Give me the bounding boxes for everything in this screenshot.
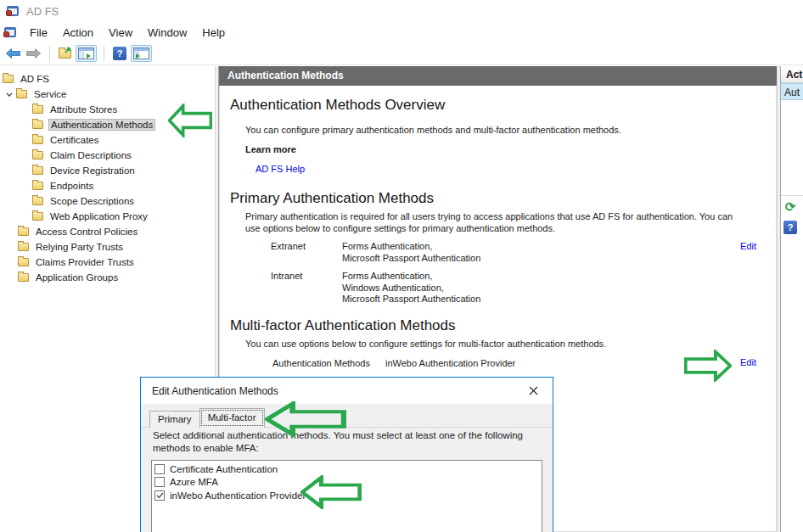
- tree-item-label: Web Application Proxy: [48, 210, 149, 222]
- tree-item-label: Claims Provider Trusts: [34, 256, 136, 268]
- tree-item-web-application-proxy[interactable]: Web Application Proxy: [0, 209, 215, 224]
- menu-window[interactable]: Window: [140, 24, 194, 42]
- tree-item-authentication-methods[interactable]: Authentication Methods: [0, 117, 215, 132]
- tree-item-label: Certificates: [48, 134, 101, 146]
- tab-primary[interactable]: Primary: [149, 411, 199, 428]
- folder-icon: [32, 212, 43, 221]
- chevron-down-icon[interactable]: [5, 92, 14, 97]
- dialog-title: Edit Authentication Methods: [141, 385, 514, 397]
- adfs-help-link[interactable]: AD FS Help: [256, 164, 305, 174]
- mfa-methods-listbox: Certificate Authentication Azure MFA inW…: [151, 460, 542, 532]
- tree-item-device-registration[interactable]: Device Registration: [0, 163, 215, 178]
- tree-item-claims-provider-trusts[interactable]: Claims Provider Trusts: [0, 255, 215, 270]
- help-icon[interactable]: ?: [111, 45, 128, 62]
- folder-icon: [32, 120, 43, 129]
- tab-multi-factor[interactable]: Multi-factor: [199, 408, 265, 428]
- multifactor-row-label: Authentication Methods: [272, 358, 370, 370]
- toolbar-separator: [104, 46, 104, 61]
- multifactor-row-value: inWebo Authentication Provider: [385, 358, 515, 370]
- checkbox-unchecked-icon[interactable]: [154, 464, 165, 474]
- close-icon[interactable]: [514, 378, 553, 404]
- tree-item-label: Access Control Policies: [34, 226, 139, 238]
- folder-icon: [32, 182, 43, 190]
- tree-item-ad-fs[interactable]: AD FS: [0, 71, 215, 87]
- tree-item-endpoints[interactable]: Endpoints: [0, 178, 215, 193]
- folder-icon: [32, 105, 43, 114]
- tree-item-label: Attribute Stores: [48, 104, 119, 115]
- tree-item-label: Device Registration: [48, 165, 137, 176]
- folder-icon: [18, 243, 29, 251]
- overview-description: You can configure primary authentication…: [245, 125, 621, 137]
- folder-icon: [16, 90, 27, 98]
- dialog-titlebar: Edit Authentication Methods: [141, 378, 553, 404]
- show-action-pane-icon[interactable]: [131, 45, 152, 62]
- checkbox-unchecked-icon[interactable]: [154, 477, 165, 487]
- method-line: Microsoft Passport Authentication: [342, 294, 480, 305]
- dialog-tabs: Primary Multi-factor: [149, 408, 265, 428]
- tree-item-access-control-policies[interactable]: Access Control Policies: [0, 224, 215, 239]
- overview-heading: Authentication Methods Overview: [230, 97, 445, 114]
- option-label: Certificate Authentication: [170, 464, 278, 474]
- actions-group-authentication-methods[interactable]: Aut: [781, 83, 803, 100]
- folder-icon: [32, 166, 43, 175]
- intranet-label: Intranet: [271, 271, 302, 283]
- learn-more-label: Learn more: [245, 144, 296, 156]
- option-certificate-authentication[interactable]: Certificate Authentication: [154, 462, 542, 476]
- folder-icon: [18, 227, 29, 236]
- show-console-tree-icon[interactable]: [76, 45, 97, 62]
- tree-item-scope-descriptions[interactable]: Scope Descriptions: [0, 193, 215, 209]
- actions-pane: Act Aut ⟳ ?: [781, 66, 803, 532]
- forward-icon[interactable]: [25, 46, 42, 61]
- actions-pane-title: Act: [781, 66, 803, 83]
- folder-icon: [18, 258, 29, 266]
- actions-divider: [781, 195, 803, 196]
- window-title: AD FS: [26, 5, 59, 18]
- adfs-app-icon: [3, 25, 17, 39]
- tree-item-label: Claim Descriptions: [48, 149, 133, 161]
- menu-view[interactable]: View: [101, 24, 140, 42]
- tree-item-label: Endpoints: [48, 180, 95, 192]
- multifactor-heading: Multi-factor Authentication Methods: [230, 317, 456, 334]
- extranet-label: Extranet: [271, 241, 306, 253]
- primary-edit-link[interactable]: Edit: [740, 241, 756, 251]
- extranet-methods: Forms Authentication, Microsoft Passport…: [342, 241, 480, 264]
- tree-item-service[interactable]: Service: [0, 87, 215, 102]
- back-icon[interactable]: [4, 46, 22, 61]
- tree-item-label: Authentication Methods: [48, 119, 155, 131]
- results-pane-title: Authentication Methods: [219, 66, 777, 86]
- folder-icon: [3, 75, 14, 83]
- option-label: inWebo Authentication Provider: [170, 490, 306, 501]
- tree-item-label: Relying Party Trusts: [34, 241, 125, 253]
- tree-item-relying-party-trusts[interactable]: Relying Party Trusts: [0, 239, 215, 255]
- tree-item-label: Scope Descriptions: [48, 195, 136, 207]
- option-azure-mfa[interactable]: Azure MFA: [154, 476, 542, 490]
- tree-item-certificates[interactable]: Certificates: [0, 132, 215, 148]
- folder-icon: [32, 136, 43, 144]
- menu-help[interactable]: Help: [194, 24, 233, 42]
- tree-item-label: Service: [32, 88, 68, 100]
- edit-authentication-methods-dialog: Edit Authentication Methods Primary Mult…: [140, 377, 553, 532]
- menu-action[interactable]: Action: [55, 24, 101, 42]
- tree-item-claim-descriptions[interactable]: Claim Descriptions: [0, 148, 215, 163]
- checkbox-checked-icon[interactable]: [154, 490, 165, 501]
- refresh-icon[interactable]: ⟳: [783, 200, 797, 214]
- menu-bar: File Action View Window Help: [0, 22, 803, 42]
- folder-icon: [32, 151, 43, 160]
- method-line: Forms Authentication,: [342, 271, 480, 283]
- tree-item-label: Application Groups: [34, 272, 120, 283]
- tree-item-application-groups[interactable]: Application Groups: [0, 270, 215, 285]
- menu-file[interactable]: File: [22, 24, 55, 42]
- dialog-instruction: Select additional authentication methods…: [153, 429, 542, 455]
- help-icon[interactable]: ?: [783, 219, 797, 234]
- export-list-icon[interactable]: [57, 48, 73, 60]
- option-label: Azure MFA: [170, 477, 218, 487]
- option-inwebo-authentication-provider[interactable]: inWebo Authentication Provider: [154, 489, 542, 502]
- method-line: Forms Authentication,: [342, 241, 480, 253]
- method-line: Microsoft Passport Authentication: [342, 253, 480, 265]
- tree-item-attribute-stores[interactable]: Attribute Stores: [0, 102, 215, 117]
- multifactor-edit-link[interactable]: Edit: [740, 357, 756, 367]
- primary-heading: Primary Authentication Methods: [230, 190, 434, 207]
- primary-description: Primary authentication is required for a…: [245, 211, 748, 234]
- toolbar-separator: [49, 46, 50, 61]
- toolbar: ?: [0, 42, 803, 65]
